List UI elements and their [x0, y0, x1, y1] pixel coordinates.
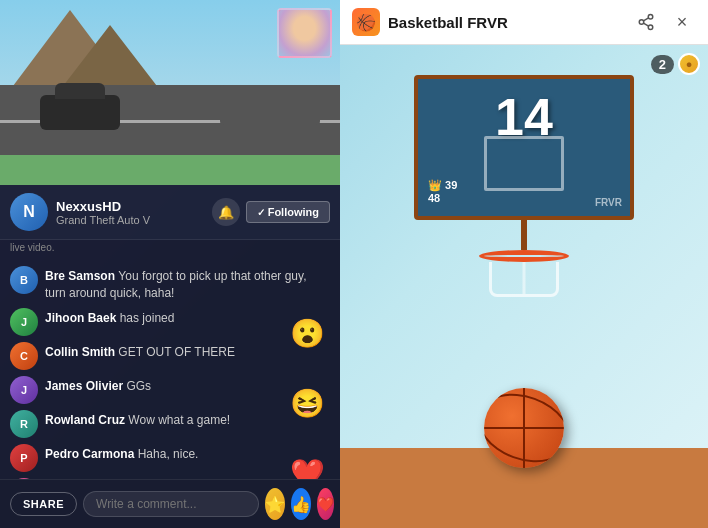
chat-input-bar: SHARE ⭐ 👍 ❤️	[0, 479, 340, 528]
webcam-person	[279, 10, 330, 56]
hoop-rim	[479, 250, 569, 262]
score-counter: 2 ●	[651, 53, 700, 75]
bell-button[interactable]: 🔔	[212, 198, 240, 226]
avatar-2: C	[10, 342, 38, 370]
hoop-net	[489, 262, 559, 297]
msg-text-4: Wow what a game!	[128, 413, 230, 427]
backboard-container: 14 👑 39 48 FRVR	[414, 75, 634, 297]
msg-text-5: Haha, nice.	[138, 447, 199, 461]
comment-input[interactable]	[83, 491, 259, 517]
chat-message-2: C Collin Smith GET OUT OF THERE	[0, 339, 340, 373]
svg-line-4	[643, 18, 648, 21]
msg-username-0: Bre Samson	[45, 269, 118, 283]
msg-content-4: Rowland Cruz Wow what a game!	[45, 410, 330, 429]
svg-point-0	[648, 15, 653, 20]
hoop-pole	[521, 220, 527, 250]
basketball-curve	[484, 388, 564, 468]
msg-content-6: Cindy Lee This may be one of the crazies…	[45, 478, 330, 479]
chat-message-0: B Bre Samson You forgot to pick up that …	[0, 263, 340, 305]
game-header: 🏀 Basketball FRVR ×	[340, 0, 708, 45]
svg-point-2	[648, 25, 653, 30]
chat-messages[interactable]: 😮 😆 ❤️ B Bre Samson You forgot to pick u…	[0, 257, 340, 479]
game-icon: 🏀	[352, 8, 380, 36]
frvr-logo: FRVR	[595, 197, 622, 208]
star-button[interactable]: ⭐	[265, 488, 285, 520]
chat-message-1: J Jihoon Baek has joined	[0, 305, 340, 339]
streamer-details: NexxusHD Grand Theft Auto V	[56, 199, 212, 226]
msg-text-2: GET OUT OF THERE	[118, 345, 235, 359]
emoji-button[interactable]: ❤️	[317, 488, 334, 520]
game-area[interactable]: 2 ● 14 👑 39 48 FRVR	[340, 45, 708, 528]
msg-username-2: Collin Smith	[45, 345, 118, 359]
share-button[interactable]: SHARE	[10, 492, 77, 516]
video-container	[0, 0, 340, 185]
svg-line-3	[643, 23, 648, 26]
msg-content-1: Jihoon Baek has joined	[45, 308, 330, 327]
close-icon[interactable]: ×	[668, 8, 696, 36]
chat-message-6: C Cindy Lee This may be one of the crazi…	[0, 475, 340, 479]
webcam-overlay	[277, 8, 332, 58]
msg-username-4: Rowland Cruz	[45, 413, 128, 427]
chat-message-5: P Pedro Carmona Haha, nice.	[0, 441, 340, 475]
msg-text-3: GGs	[126, 379, 151, 393]
right-panel: 🏀 Basketball FRVR × 2 ● 14 👑 39	[340, 0, 708, 528]
svg-point-1	[639, 20, 644, 25]
streamer-avatar: N	[10, 193, 48, 231]
left-panel: N NexxusHD Grand Theft Auto V 🔔 ✓ Follow…	[0, 0, 340, 528]
coin-icon: ●	[678, 53, 700, 75]
share-icon[interactable]	[632, 8, 660, 36]
hoop-assembly	[479, 250, 569, 297]
avatar-0: B	[10, 266, 38, 294]
msg-username-1: Jihoon Baek	[45, 311, 120, 325]
chat-message-4: R Rowland Cruz Wow what a game!	[0, 407, 340, 441]
avatar-5: P	[10, 444, 38, 472]
like-button[interactable]: 👍	[291, 488, 311, 520]
mountain2	[60, 25, 160, 90]
avatar-6: C	[10, 478, 38, 479]
msg-username-5: Pedro Carmona	[45, 447, 138, 461]
coin-count: 2	[651, 55, 674, 74]
streamer-actions: 🔔 ✓ Following	[212, 198, 330, 226]
avatar-1: J	[10, 308, 38, 336]
board-stats: 👑 39 48	[428, 179, 457, 204]
basketball[interactable]	[484, 388, 564, 468]
backboard: 14 👑 39 48 FRVR	[414, 75, 634, 220]
streamer-info: N NexxusHD Grand Theft Auto V 🔔 ✓ Follow…	[0, 185, 340, 240]
car1	[40, 95, 120, 130]
avatar-4: R	[10, 410, 38, 438]
chat-area: N NexxusHD Grand Theft Auto V 🔔 ✓ Follow…	[0, 185, 340, 528]
msg-content-2: Collin Smith GET OUT OF THERE	[45, 342, 330, 361]
msg-username-3: James Olivier	[45, 379, 126, 393]
msg-text-1: has joined	[120, 311, 175, 325]
live-badge: live video.	[0, 240, 340, 257]
avatar-3: J	[10, 376, 38, 404]
game-title: Basketball FRVR	[388, 14, 624, 31]
streamer-game: Grand Theft Auto V	[56, 214, 212, 226]
msg-content-0: Bre Samson You forgot to pick up that ot…	[45, 266, 330, 302]
streamer-name: NexxusHD	[56, 199, 212, 214]
car2	[220, 85, 320, 125]
msg-content-3: James Olivier GGs	[45, 376, 330, 395]
backboard-inner-square	[484, 136, 564, 191]
following-button[interactable]: ✓ Following	[246, 201, 330, 223]
msg-content-5: Pedro Carmona Haha, nice.	[45, 444, 330, 463]
chat-message-3: J James Olivier GGs	[0, 373, 340, 407]
